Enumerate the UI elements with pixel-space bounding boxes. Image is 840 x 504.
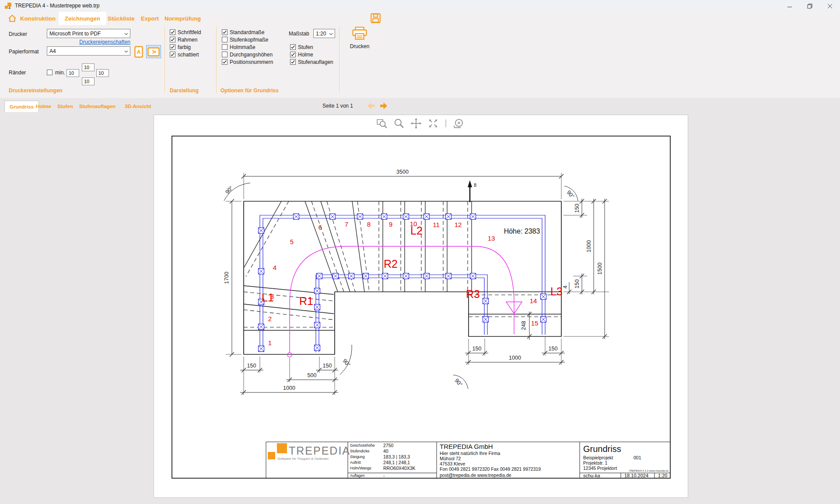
svg-text:RRO60X40X3K: RRO60X40X3K xyxy=(383,466,416,471)
group-label-druckereinstellungen: Druckereinstellungen xyxy=(9,88,63,94)
dim-150: 150 xyxy=(472,346,482,352)
check-icon xyxy=(290,60,295,64)
svg-text:8: 8 xyxy=(367,220,371,228)
svg-text:4: 4 xyxy=(273,264,276,271)
viewtab-label: Grundriss xyxy=(10,104,34,109)
papierformat-value: A4 xyxy=(49,48,56,54)
orientation-landscape-button[interactable]: A xyxy=(146,45,161,58)
holme-checkbox[interactable] xyxy=(290,52,296,57)
viewtab-label: Stufen xyxy=(57,104,73,109)
stair-plan: 8 3500 1700 150 150 500 1000 150 150 100… xyxy=(224,169,609,395)
svg-text:183,3 | 183,3: 183,3 | 183,3 xyxy=(383,454,410,459)
massstab-select[interactable]: 1:20 xyxy=(313,29,335,38)
svg-text:2: 2 xyxy=(268,315,272,322)
portrait-page-icon: A xyxy=(134,46,143,58)
viewtab-3d-ansicht[interactable]: 3D-Ansicht xyxy=(120,101,156,112)
svg-text:post@trepedia.de www.trepedia: post@trepedia.de www.trepedia.de xyxy=(440,472,511,478)
papierformat-select[interactable]: A4 xyxy=(47,46,130,56)
svg-text:14: 14 xyxy=(530,297,537,304)
sheet-title: Grundriss xyxy=(583,444,621,454)
drucken-button[interactable]: Drucken xyxy=(346,27,373,49)
svg-text:Auftritt: Auftritt xyxy=(350,460,361,465)
sheet-frame xyxy=(172,136,670,478)
holmmasse-label: Holmmaße xyxy=(230,44,256,50)
holme-label: Holme xyxy=(298,52,313,58)
minimize-button[interactable] xyxy=(780,0,800,12)
svg-text:12345 Projektort: 12345 Projektort xyxy=(583,466,617,471)
arrow-right-icon xyxy=(379,102,388,110)
margin-right-input[interactable]: 10 xyxy=(96,69,109,77)
tab-label: Konstruktion xyxy=(20,15,56,22)
schattiert-checkbox[interactable] xyxy=(170,52,175,57)
save-button[interactable] xyxy=(370,13,381,25)
stufen-checkbox[interactable] xyxy=(290,44,296,50)
step-edges-dashed xyxy=(244,201,561,327)
svg-text:15: 15 xyxy=(531,319,539,327)
margin-bottom-input[interactable]: 10 xyxy=(82,77,94,85)
min-label: min. xyxy=(55,70,65,76)
title-bar: 4 TREPEDIA 4 - Mustertreppe web.trp xyxy=(0,0,840,12)
tab-zeichnungen[interactable]: Zeichnungen xyxy=(59,12,106,25)
view-tab-bar: Grundriss Holme Stufen Stufenauflagen 3D… xyxy=(0,100,840,112)
drucker-select[interactable]: Microsoft Print to PDF xyxy=(47,29,130,38)
check-icon xyxy=(222,60,227,64)
dim-500: 500 xyxy=(308,372,317,378)
window-title: TREPEDIA 4 - Mustertreppe web.trp xyxy=(15,3,99,9)
orientation-portrait-button[interactable]: A xyxy=(133,45,144,58)
svg-text:6: 6 xyxy=(318,224,322,231)
raender-min-checkbox[interactable] xyxy=(47,70,52,75)
close-button[interactable] xyxy=(820,0,840,12)
papierformat-label: Papierformat xyxy=(9,49,39,55)
title-block: TREPEDIA Software für Treppen & Geländer… xyxy=(266,442,670,478)
next-page-button[interactable] xyxy=(379,102,388,112)
holm-support-markers xyxy=(259,214,546,352)
positionsnummern-checkbox[interactable] xyxy=(222,59,228,65)
menu-bar: Konstruktion Zeichnungen Stückliste Expo… xyxy=(0,12,840,25)
check-icon xyxy=(170,30,175,35)
cad-drawing-canvas[interactable]: 8 3500 1700 150 150 500 1000 150 150 100… xyxy=(154,115,688,497)
restore-button[interactable] xyxy=(800,0,820,12)
margin-left-input[interactable]: 10 xyxy=(66,69,79,77)
standardmasse-checkbox[interactable] xyxy=(222,29,228,35)
group-label-optionen: Optionen für Grundriss xyxy=(220,88,279,94)
stufenkopfmasse-checkbox[interactable] xyxy=(222,37,228,42)
svg-text:248,1 | 248,1: 248,1 | 248,1 xyxy=(383,460,410,465)
check-icon xyxy=(170,37,175,42)
druckereigenschaften-link[interactable]: Druckereigenschaften xyxy=(47,39,130,45)
svg-text:Mühsol 72: Mühsol 72 xyxy=(440,456,461,461)
tab-konstruktion[interactable]: Konstruktion xyxy=(14,12,62,25)
tab-normpruefung[interactable]: Normprüfung xyxy=(158,12,207,25)
check-icon xyxy=(170,45,175,49)
svg-text:Auflagen: Auflagen xyxy=(350,473,365,478)
farbig-checkbox[interactable] xyxy=(170,44,175,50)
viewtab-stufenauflagen[interactable]: Stufenauflagen xyxy=(74,101,120,112)
schriftfeld-checkbox[interactable] xyxy=(170,29,175,35)
dim-150: 150 xyxy=(247,363,256,369)
extension-lines xyxy=(226,173,609,395)
dim-4: 4 xyxy=(562,285,568,288)
logo-subtitle: Software für Treppen & Geländer xyxy=(277,457,329,461)
dim-248: 248 xyxy=(521,321,527,330)
dim-150: 150 xyxy=(549,346,558,352)
logo-text: TREPEDIA xyxy=(289,444,350,457)
dim-3500: 3500 xyxy=(396,169,409,175)
svg-text:5: 5 xyxy=(290,238,294,245)
margin-top-input[interactable]: 10 xyxy=(82,63,94,71)
rahmen-checkbox[interactable] xyxy=(170,37,175,42)
svg-text:L1: L1 xyxy=(262,291,274,304)
durchgangshoehen-checkbox[interactable] xyxy=(222,52,228,57)
svg-text:Fon 0049 2821 9972320 Fax 004: Fon 0049 2821 9972320 Fax 0049 2821 9972… xyxy=(440,466,541,472)
svg-text:2750: 2750 xyxy=(383,443,394,448)
drucker-value: Microsoft Print to PDF xyxy=(49,31,101,37)
positionsnummern-label: Positionsnummern xyxy=(230,59,273,65)
save-icon xyxy=(370,13,381,24)
stufenauflagen-checkbox[interactable] xyxy=(290,59,296,65)
holmmasse-checkbox[interactable] xyxy=(222,44,228,50)
chevron-down-icon xyxy=(124,50,128,53)
previous-page-button[interactable] xyxy=(367,102,376,112)
drucken-label: Drucken xyxy=(346,43,373,49)
check-icon xyxy=(290,52,295,57)
durchgangshoehen-label: Durchgangshöhen xyxy=(230,52,273,58)
svg-text:Hier steht natürlich Ihre Firm: Hier steht natürlich Ihre Firma xyxy=(440,451,500,456)
dim-150: 150 xyxy=(574,204,580,213)
